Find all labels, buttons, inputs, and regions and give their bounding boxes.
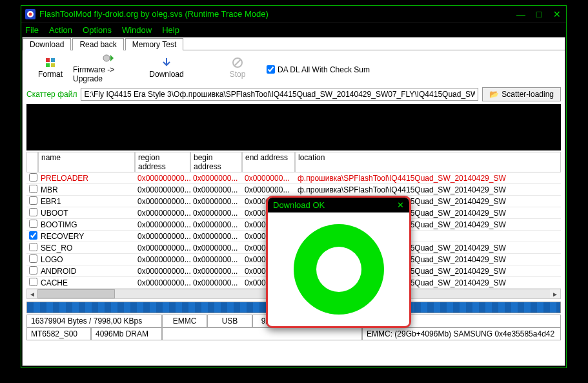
row-checkbox-cell bbox=[26, 243, 38, 253]
popup-body bbox=[268, 212, 409, 326]
popup-title-text: Download OK bbox=[273, 200, 397, 210]
col-location[interactable]: location bbox=[295, 152, 561, 172]
row-name: BOOTIMG bbox=[38, 220, 135, 229]
scatter-label: Скаттер файл bbox=[26, 90, 77, 99]
row-checkbox[interactable] bbox=[29, 243, 37, 251]
row-region-addr: 0x000000000... bbox=[135, 243, 190, 253]
row-checkbox-cell bbox=[26, 173, 38, 183]
table-row[interactable]: PRELOADER0x000000000...0x0000000...0x000… bbox=[26, 172, 561, 184]
row-checkbox-cell bbox=[26, 196, 38, 207]
row-region-addr: 0x000000000... bbox=[135, 209, 190, 218]
da-dl-checksum-label: DA DL All With Check Sum bbox=[278, 65, 370, 74]
row-checkbox[interactable] bbox=[29, 208, 37, 216]
row-checkbox[interactable] bbox=[29, 266, 37, 274]
scatter-path-input[interactable] bbox=[81, 88, 478, 101]
row-begin-addr: 0x0000000... bbox=[190, 255, 242, 264]
titlebar[interactable]: FlashToolMod fly-droid.org by oleg.svs (… bbox=[21, 6, 566, 23]
tab-memtest[interactable]: Memory Test bbox=[125, 38, 183, 50]
row-region-addr: 0x000000000... bbox=[135, 220, 190, 229]
row-region-addr: 0x000000000... bbox=[135, 197, 190, 206]
row-begin-addr: 0x0000000... bbox=[190, 197, 242, 206]
row-region-addr: 0x000000000... bbox=[135, 185, 190, 194]
tabstrip: Download Read back Memory Test bbox=[23, 37, 565, 50]
da-dl-checksum-checkbox[interactable] bbox=[267, 65, 275, 74]
menu-file[interactable]: File bbox=[25, 25, 39, 35]
row-name: MBR bbox=[38, 185, 135, 194]
menu-options[interactable]: Options bbox=[83, 25, 112, 35]
table-header: name region address begin address end ad… bbox=[26, 152, 561, 172]
menu-action[interactable]: Action bbox=[49, 25, 72, 35]
stop-icon bbox=[232, 56, 243, 69]
row-begin-addr: 0x0000000... bbox=[190, 267, 242, 276]
svg-point-6 bbox=[103, 55, 110, 61]
preview-area bbox=[26, 104, 561, 150]
col-name[interactable]: name bbox=[38, 152, 135, 172]
row-location: ф.прошивка\SPFlashTool\IQ4415Quad_SW_201… bbox=[295, 185, 561, 194]
col-end[interactable]: end address bbox=[242, 152, 295, 172]
tab-download[interactable]: Download bbox=[23, 38, 71, 50]
success-ring-icon bbox=[294, 224, 384, 315]
row-end-addr: 0x0000000... bbox=[242, 185, 295, 194]
table-row[interactable]: MBR0x000000000...0x0000000...0x0000000..… bbox=[26, 184, 561, 196]
toolbar: Format Firmware -> Upgrade Download Stop… bbox=[23, 50, 565, 86]
row-end-addr: 0x0000000... bbox=[242, 174, 295, 183]
format-icon bbox=[45, 56, 56, 69]
row-checkbox[interactable] bbox=[29, 173, 37, 181]
menu-help[interactable]: Help bbox=[162, 25, 179, 35]
da-dl-checksum-wrap: DA DL All With Check Sum bbox=[267, 65, 370, 74]
row-checkbox-cell bbox=[26, 266, 38, 276]
menu-window[interactable]: Window bbox=[122, 25, 152, 35]
row-begin-addr: 0x0000000... bbox=[190, 174, 242, 183]
status-spacer2 bbox=[162, 327, 362, 340]
folder-icon: 📂 bbox=[489, 90, 499, 99]
row-checkbox[interactable] bbox=[29, 254, 37, 263]
status-mem: EMMC bbox=[162, 315, 207, 327]
row-name: LOGO bbox=[38, 255, 135, 264]
row-checkbox-cell bbox=[26, 220, 38, 230]
row-checkbox[interactable] bbox=[29, 185, 37, 193]
row-checkbox[interactable] bbox=[29, 196, 37, 205]
row-name: SEC_RO bbox=[38, 243, 135, 253]
row-checkbox-cell bbox=[26, 208, 38, 218]
row-begin-addr: 0x0000000... bbox=[190, 220, 242, 229]
row-name: EBR1 bbox=[38, 197, 135, 206]
popup-close-icon[interactable]: ✕ bbox=[397, 200, 404, 210]
scatter-loading-button[interactable]: 📂 Scatter-loading bbox=[482, 87, 561, 101]
svg-point-1 bbox=[29, 12, 32, 16]
tab-readback[interactable]: Read back bbox=[72, 38, 123, 50]
col-region[interactable]: region address bbox=[135, 152, 190, 172]
row-begin-addr: 0x0000000... bbox=[190, 209, 242, 218]
row-location: ф.прошивка\SPFlashTool\IQ4415Quad_SW_201… bbox=[295, 174, 561, 183]
row-name: ANDROID bbox=[38, 267, 135, 276]
col-check[interactable] bbox=[26, 152, 38, 172]
row-region-addr: 0x000000000... bbox=[135, 278, 190, 287]
row-begin-addr: 0x0000000... bbox=[190, 232, 242, 241]
row-checkbox[interactable] bbox=[29, 231, 37, 240]
firmware-upgrade-button[interactable]: Firmware -> Upgrade bbox=[73, 52, 144, 83]
maximize-button[interactable]: □ bbox=[534, 9, 544, 19]
window-controls: — □ ✕ bbox=[516, 9, 562, 19]
row-name: RECOVERY bbox=[38, 232, 135, 241]
scroll-left-icon[interactable]: ◄ bbox=[27, 291, 37, 298]
download-button[interactable]: Download bbox=[144, 56, 189, 79]
firmware-icon bbox=[103, 52, 114, 65]
row-region-addr: 0x000000000... bbox=[135, 255, 190, 264]
col-begin[interactable]: begin address bbox=[190, 152, 242, 172]
status-row-2: MT6582_S00 4096Mb DRAM EMMC: (29Gb+4096M… bbox=[26, 327, 561, 340]
stop-button[interactable]: Stop bbox=[215, 56, 260, 79]
menubar: File Action Options Window Help bbox=[21, 23, 566, 37]
minimize-button[interactable]: — bbox=[516, 9, 526, 19]
svg-rect-3 bbox=[51, 58, 55, 62]
row-checkbox[interactable] bbox=[29, 278, 37, 286]
status-dram: 4096Mb DRAM bbox=[91, 327, 162, 340]
close-button[interactable]: ✕ bbox=[552, 9, 562, 19]
format-button[interactable]: Format bbox=[28, 56, 73, 79]
scroll-right-icon[interactable]: ► bbox=[550, 291, 560, 298]
row-checkbox[interactable] bbox=[29, 220, 37, 228]
status-bytes: 16379904 Bytes / 7998,00 KBps bbox=[26, 315, 162, 327]
scroll-thumb[interactable] bbox=[37, 289, 115, 298]
row-region-addr: 0x000000000... bbox=[135, 174, 190, 183]
row-name: PRELOADER bbox=[38, 174, 135, 183]
svg-rect-4 bbox=[46, 63, 50, 67]
popup-titlebar[interactable]: Download OK ✕ bbox=[268, 198, 409, 212]
